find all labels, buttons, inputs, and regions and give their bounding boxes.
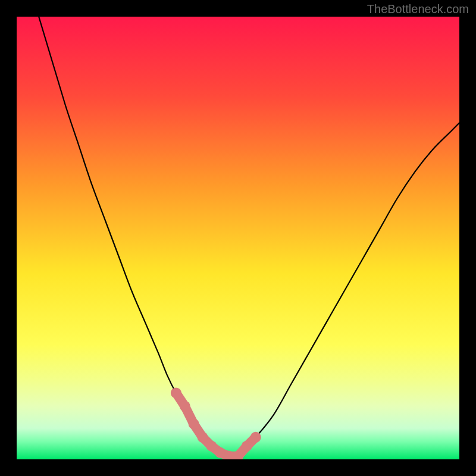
chart-frame <box>17 17 459 459</box>
highlight-dot <box>180 401 190 412</box>
highlight-dot <box>250 432 261 443</box>
watermark-text: TheBottleneck.com <box>367 2 469 16</box>
highlight-dot <box>206 441 217 452</box>
highlight-dot <box>242 441 252 452</box>
highlight-dot <box>189 418 199 429</box>
highlight-dot <box>171 387 181 398</box>
highlight-markers <box>17 17 459 459</box>
highlight-dot <box>197 432 208 443</box>
